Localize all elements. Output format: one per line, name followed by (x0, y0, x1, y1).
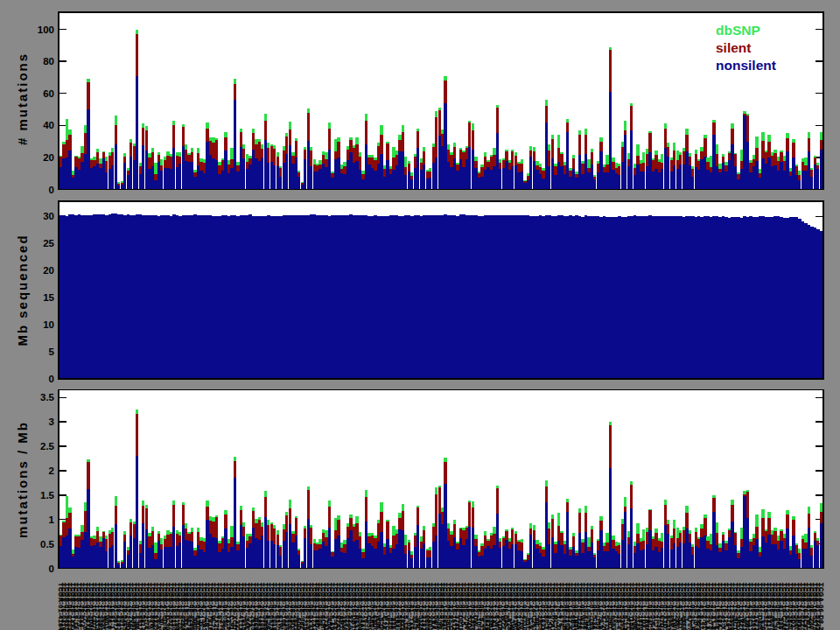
svg-text:40: 40 (43, 120, 54, 130)
svg-text:3.5: 3.5 (40, 392, 55, 402)
svg-text:1.5: 1.5 (40, 490, 55, 500)
svg-text:25: 25 (43, 238, 54, 248)
svg-text:0.5: 0.5 (40, 539, 55, 550)
svg-text:dbSNP: dbSNP (716, 23, 760, 38)
svg-text:100: 100 (38, 24, 54, 35)
svg-text:80: 80 (43, 56, 54, 66)
svg-text:Mb sequenced: Mb sequenced (15, 234, 30, 346)
svg-text:2.5: 2.5 (40, 441, 55, 452)
svg-text:TCGA-06-D8-25755721137-87019: TCGA-06-D8-25755721137-87019 (817, 583, 825, 630)
svg-text:2: 2 (49, 466, 54, 476)
svg-text:1: 1 (49, 514, 55, 525)
svg-text:0: 0 (49, 185, 54, 195)
svg-text:nonsilent: nonsilent (716, 58, 776, 73)
svg-text:10: 10 (43, 319, 54, 330)
svg-text:5: 5 (49, 346, 55, 357)
svg-text:15: 15 (43, 292, 54, 303)
svg-text:0: 0 (49, 374, 54, 384)
svg-text:60: 60 (43, 88, 54, 99)
svg-text:3: 3 (49, 416, 54, 427)
svg-text:30: 30 (43, 211, 54, 221)
svg-text:silent: silent (716, 40, 751, 55)
svg-text:# mutations: # mutations (15, 52, 30, 145)
svg-text:20: 20 (43, 265, 54, 276)
svg-text:0: 0 (49, 564, 54, 574)
svg-text:20: 20 (43, 152, 54, 163)
svg-text:mutations / Mb: mutations / Mb (15, 421, 30, 538)
